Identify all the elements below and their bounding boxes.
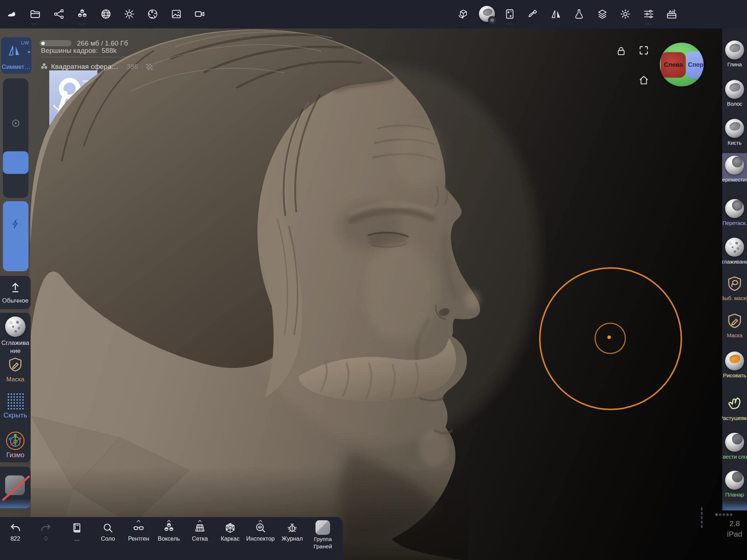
stamps-more-dots: ···	[506, 21, 513, 26]
symmetry-badge: L/W	[21, 40, 29, 46]
flatten-sphere-icon	[725, 433, 744, 452]
planar-sphere-icon	[725, 471, 744, 490]
wireframe-button[interactable]: Каркас	[215, 517, 245, 560]
object-name: Квадратная сфера…	[51, 63, 118, 71]
symmetry-label: Симмет…	[1, 63, 31, 71]
nav-face-front-label: Спере	[688, 61, 704, 69]
journal-label: Журнал	[282, 536, 303, 542]
undo-button[interactable]: 822	[0, 517, 31, 560]
settings-gear-icon[interactable]	[619, 7, 632, 20]
tools-toolbox-icon[interactable]	[665, 7, 678, 20]
mask-shield-icon[interactable]	[7, 356, 24, 373]
top-toolbar: ··· ··· ··· ···	[0, 0, 747, 28]
redo-count: 0	[44, 536, 48, 542]
voxel-remesh-icon[interactable]	[76, 7, 89, 20]
interface-sliders-icon[interactable]	[642, 7, 655, 20]
brush-mask[interactable]: Маска	[722, 311, 747, 338]
hide-tool-icon[interactable]	[7, 393, 24, 409]
facegroup-button[interactable]: Группа Граней	[307, 517, 338, 560]
up-arrow-icon	[9, 281, 22, 293]
nav-face-left[interactable]: Слева	[661, 52, 686, 78]
inspector-label: Инспектор	[246, 536, 275, 542]
brush-label: Сглаживание	[722, 258, 747, 265]
hide-tool-label: Скрыть	[0, 411, 31, 419]
brush-smooth[interactable]: Сглаживание	[722, 238, 747, 265]
mask-shield-pen-icon	[725, 311, 744, 330]
brush-paint[interactable]: Рисовать	[722, 351, 747, 378]
background-image-icon[interactable]	[170, 7, 183, 20]
mask-tool-label: Маска	[0, 376, 31, 383]
symmetry-icon[interactable]	[549, 7, 562, 20]
grid-button[interactable]: Сетка	[185, 517, 215, 560]
app-window: ··· ··· ··· ··· 266 мб / 1.60 Гб Вершины…	[0, 0, 747, 560]
brush-planar[interactable]: Планар	[722, 471, 747, 498]
post-process-icon[interactable]	[146, 7, 159, 20]
orientation-sphere[interactable]: Слева Спере	[660, 43, 704, 86]
smudge-hand-icon	[725, 394, 744, 413]
brush-clay[interactable]: Глина	[722, 40, 747, 67]
solo-label: Соло	[101, 536, 115, 542]
journal-bug-icon	[286, 522, 298, 534]
object-voxel-icon	[40, 63, 48, 71]
device-name: iPad	[722, 530, 747, 538]
brush-page-dots[interactable]	[715, 513, 732, 516]
radius-slider-handle[interactable]	[3, 151, 28, 174]
symmetry-toggle-button[interactable]: L/W ▸ Симмет…	[1, 37, 31, 74]
object-info-row[interactable]: Квадратная сфера… · 386 ·	[40, 63, 152, 71]
paint-icon[interactable]	[526, 7, 539, 20]
facegroup-label-line1: Группа	[314, 536, 332, 542]
redo-button[interactable]: 0	[31, 517, 61, 560]
primitive-disabled-button[interactable]	[0, 467, 31, 508]
symmetry-expand-arrow[interactable]: ▸	[28, 49, 31, 54]
brush-smudge[interactable]: Растушевка	[722, 394, 747, 421]
brush-hair[interactable]: Волос	[722, 80, 747, 107]
stamps-icon[interactable]	[503, 7, 516, 20]
brush-sphere-icon	[725, 119, 744, 138]
intensity-slider[interactable]	[3, 201, 28, 271]
inspector-eye-icon	[254, 522, 267, 534]
brush-select-mask[interactable]: Выб. маску	[722, 274, 747, 301]
brush-label: Перетаск.	[722, 220, 747, 226]
checker-icon	[146, 64, 152, 70]
brush-brush[interactable]: Кисть	[722, 119, 747, 146]
inspector-button[interactable]: Инспектор	[245, 517, 276, 560]
camera-icon[interactable]	[193, 7, 206, 20]
radius-slider[interactable]	[3, 78, 28, 198]
primitive-cube-icon	[5, 475, 25, 495]
layers-icon[interactable]	[596, 7, 609, 20]
vertices-value: 588k	[102, 47, 117, 54]
gizmo-icon[interactable]	[5, 431, 25, 451]
notebook-button[interactable]: …	[62, 517, 92, 560]
sidebar-drag-handle[interactable]	[701, 508, 703, 528]
material-settings-gear-icon[interactable]	[488, 16, 496, 24]
lock-view-icon[interactable]	[615, 45, 627, 57]
brush-flatten-layers[interactable]: Свести слои	[722, 433, 747, 460]
export-share-icon[interactable]	[52, 7, 65, 20]
nav-face-front[interactable]: Спере	[686, 51, 704, 78]
smooth-tool-sphere-icon[interactable]	[5, 316, 26, 337]
solo-button[interactable]: Соло	[93, 517, 123, 560]
topology-icon[interactable]	[99, 7, 112, 20]
open-file-icon[interactable]	[28, 7, 42, 20]
left-quick-tools-panel: Сглажива ние Маска Скрыть Гизмо	[0, 313, 31, 462]
vertices-count-text: Вершины кадров: 588k	[41, 47, 117, 55]
home-view-icon[interactable]	[638, 74, 650, 86]
voxel-button[interactable]: Воксель	[154, 517, 184, 560]
experimental-flask-icon[interactable]	[572, 7, 585, 20]
brush-sidebar: Глина Волос Кисть Переместить Перетаск. …	[722, 28, 747, 510]
journal-button[interactable]: Журнал	[277, 517, 307, 560]
solo-magnifier-icon	[102, 522, 114, 534]
brush-move-selected[interactable]: Переместить	[722, 156, 747, 183]
paint-brush-sphere-icon	[725, 351, 744, 370]
brush-label: Кисть	[722, 140, 747, 146]
nav-face-left-label: Слева	[664, 61, 683, 69]
lighting-icon[interactable]	[123, 7, 136, 20]
voxel-cubes-icon	[163, 522, 175, 534]
app-logo-icon[interactable]	[5, 7, 18, 20]
brush-drag[interactable]: Перетаск.	[722, 199, 747, 226]
fullscreen-icon[interactable]	[638, 44, 650, 57]
stroke-mode-button[interactable]: Обычное	[0, 276, 31, 309]
wireframe-label: Каркас	[221, 536, 239, 542]
xray-button[interactable]: Рентген	[123, 517, 154, 560]
scene-3d-icon[interactable]	[457, 7, 470, 20]
